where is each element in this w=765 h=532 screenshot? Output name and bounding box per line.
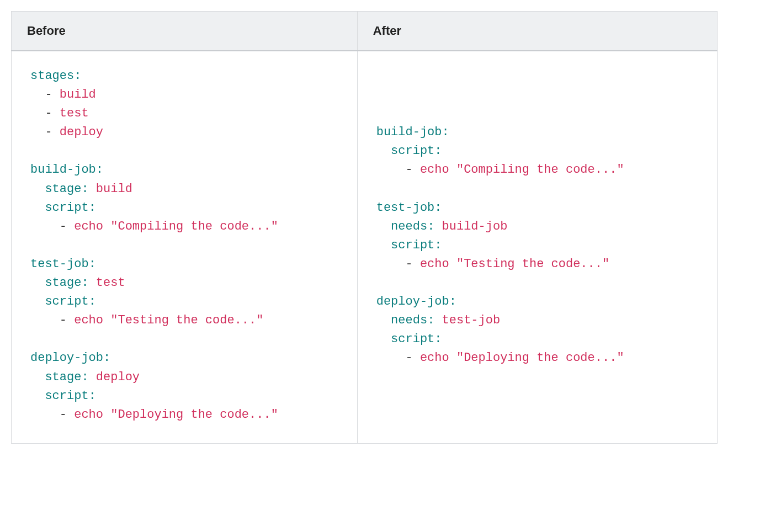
after-code: build-job: script: - echo "Compiling the… xyxy=(358,108,717,386)
after-cell: build-job: script: - echo "Compiling the… xyxy=(357,51,717,443)
comparison-table: Before After stages: - build - test - de… xyxy=(11,11,718,444)
after-header: After xyxy=(357,12,717,51)
before-header: Before xyxy=(12,12,358,51)
before-code: stages: - build - test - deploy build-jo… xyxy=(12,51,357,443)
before-cell: stages: - build - test - deploy build-jo… xyxy=(12,51,358,443)
